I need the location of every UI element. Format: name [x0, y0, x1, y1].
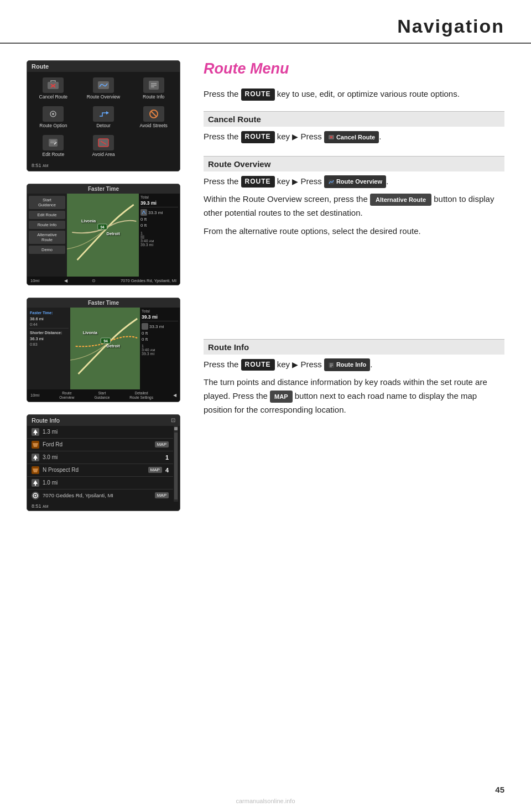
left-column: Route Cancel Route Route Overview [0, 44, 188, 807]
route-overview-heading: Route Overview [204, 157, 504, 171]
route-info-btn: Route Info [324, 358, 370, 371]
route-btn-info: ROUTE [241, 359, 275, 371]
screen1-avoid-area: Avoid Area [80, 133, 128, 159]
screen-map2: Faster Time Faster Time: 38.6 mi 0:44 Sh… [27, 298, 180, 402]
route-btn-cancel: ROUTE [241, 131, 275, 143]
main-content: Route Cancel Route Route Overview [0, 44, 531, 807]
screen1-empty [129, 133, 178, 159]
svg-rect-30 [35, 484, 36, 486]
route-overview-body2: Within the Route Overview screen, press … [204, 192, 504, 220]
route-overview-body1: Press the ROUTE key ▶ Press Route Overvi… [204, 175, 504, 189]
svg-point-32 [35, 495, 37, 496]
svg-marker-23 [33, 429, 38, 433]
svg-line-12 [151, 111, 157, 117]
svg-marker-28 [33, 469, 38, 472]
svg-text:94: 94 [100, 225, 104, 229]
screen1-route-option: Route Option [29, 104, 77, 131]
svg-marker-25 [33, 443, 38, 447]
route-overview-btn: Route Overview [324, 175, 386, 188]
route-info-body1: Press the ROUTE key ▶ Press Route Info . [204, 358, 504, 372]
cancel-route-btn: Cancel Route [324, 131, 379, 143]
svg-rect-27 [35, 459, 36, 460]
screen1-avoid-streets: Avoid Streets [129, 104, 178, 131]
screen1-detour: Detour [80, 104, 128, 131]
screen-route-menu: Route Cancel Route Route Overview [27, 60, 180, 171]
intro-paragraph: Press the ROUTE key to use, edit, or opt… [204, 87, 504, 101]
right-column: Route Menu Press the ROUTE key to use, e… [188, 44, 531, 807]
route-info-section: Route Info Press the ROUTE key ▶ Press R… [204, 339, 504, 417]
cancel-route-heading: Cancel Route [204, 112, 504, 127]
svg-text:94: 94 [103, 339, 108, 343]
svg-point-9 [52, 113, 54, 115]
route-info-body2: The turn points and distance information… [204, 376, 504, 417]
screen1-edit-route: Edit Route [29, 133, 77, 159]
alt-route-btn: Alternative Route [370, 194, 431, 206]
route-overview-section: Route Overview Press the ROUTE key ▶ Pre… [204, 156, 504, 247]
page-header: Navigation [0, 0, 531, 44]
route-menu-title: Route Menu [204, 60, 504, 77]
svg-marker-10 [106, 111, 109, 114]
cancel-route-body: Press the ROUTE key ▶ Press Cancel Route… [204, 130, 504, 153]
screen1-cancel-route: Cancel Route [29, 75, 77, 102]
route-btn-overview: ROUTE [241, 176, 275, 188]
screen-route-info: Route Info ⊡ 1.3 mi [27, 414, 180, 511]
route-overview-body3: From the alternative route options, sele… [204, 225, 504, 247]
screen1-header: Route [27, 61, 180, 72]
page-title: Navigation [27, 15, 504, 37]
watermark: carmanualsonline.info [0, 798, 531, 804]
map-btn: MAP [270, 391, 292, 403]
page-number: 45 [495, 785, 504, 794]
svg-marker-29 [33, 480, 38, 484]
screen-map1: Faster Time StartGuidance Edit Route Rou… [27, 184, 180, 285]
route-info-heading: Route Info [204, 340, 504, 355]
svg-marker-26 [33, 455, 38, 459]
cancel-route-section: Cancel Route Press the ROUTE key ▶ Press… [204, 111, 504, 153]
screen1-route-overview: Route Overview [80, 75, 128, 102]
svg-rect-24 [35, 433, 36, 435]
screen1-route-info: Route Info [129, 75, 178, 102]
screen1-time: 8:51 AM [27, 162, 180, 171]
route-btn-intro: ROUTE [241, 89, 275, 101]
